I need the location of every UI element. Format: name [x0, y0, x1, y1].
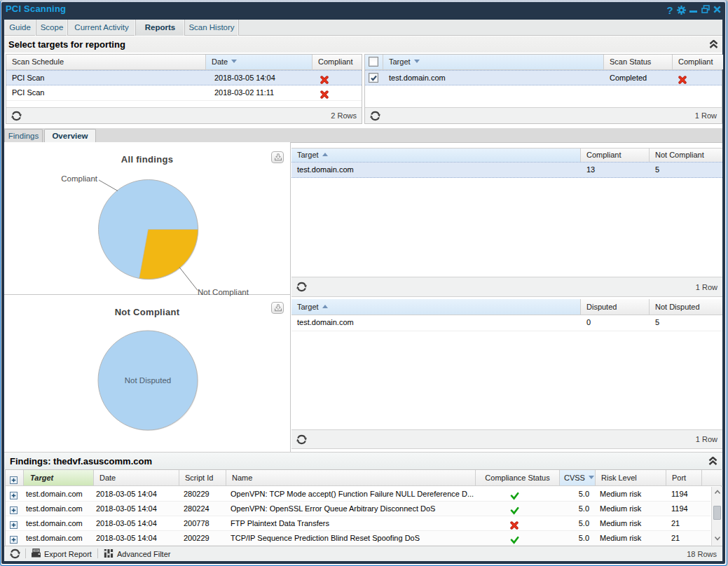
svg-text:Not Disputed: Not Disputed — [125, 376, 171, 385]
